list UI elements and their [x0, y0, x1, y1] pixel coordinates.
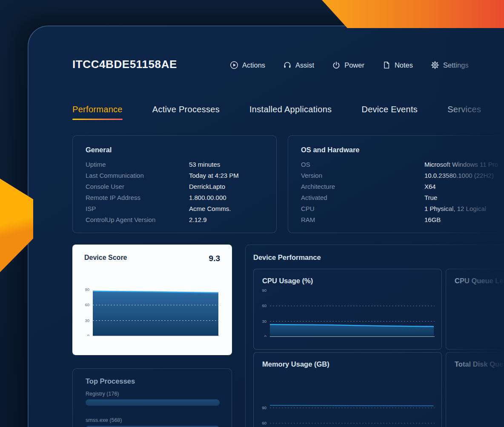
disk-queue-title: Total Disk Queue Length — [455, 360, 504, 368]
process-label: Registry (176) — [86, 391, 119, 397]
memory-usage-title: Memory Usage (GB) — [262, 360, 329, 368]
tab-installed-applications[interactable]: Installed Applications — [249, 105, 332, 120]
svg-text:60: 60 — [85, 302, 89, 307]
cpu-queue-title: CPU Queue Length — [455, 277, 504, 285]
table-row: ISP Acme Comms. — [86, 203, 263, 214]
info-label: CPU — [301, 203, 424, 214]
table-row: Console User DerrickLapto — [86, 181, 263, 192]
actions-button[interactable]: Actions — [230, 61, 265, 69]
device-score-value: 9.3 — [209, 254, 220, 263]
info-value: Acme Comms. — [189, 203, 231, 214]
general-card-title: General — [86, 146, 263, 154]
info-label: Console User — [86, 181, 189, 192]
info-value: Today at 4:23 PM — [189, 170, 239, 181]
table-row: Version 10.0.23580.1000 (22H2) — [301, 170, 504, 181]
info-value: True — [424, 192, 437, 203]
device-score-header: Device Score 9.3 — [84, 254, 220, 263]
table-row: Last Communication Today at 4:23 PM — [86, 170, 263, 181]
table-row: CPU 1 Physical, 12 Logical — [301, 203, 504, 214]
power-label: Power — [344, 61, 364, 69]
tab-active-processes[interactable]: Active Processes — [152, 105, 220, 120]
tab-services-label: Services — [447, 105, 481, 114]
info-label: Uptime — [86, 159, 189, 170]
memory-usage-chart: 9060 — [258, 377, 435, 427]
svg-text:90: 90 — [262, 405, 266, 410]
device-score-title: Device Score — [84, 254, 127, 262]
power-button[interactable]: Power — [332, 61, 364, 69]
info-value: 1 Physical, 12 Logical — [424, 203, 486, 214]
actions-label: Actions — [242, 61, 265, 69]
device-performance-title: Device Performance — [253, 253, 504, 262]
cpu-usage-card: CPU Usage (%) 9060300 — [253, 269, 442, 350]
general-card: General Uptime 53 minutes Last Communica… — [72, 135, 277, 233]
table-row: Architecture X64 — [301, 181, 504, 192]
info-value: 1.800.00.000 — [189, 192, 226, 203]
info-value: 2.12.9 — [189, 214, 207, 225]
svg-text:0: 0 — [264, 334, 266, 337]
cpu-usage-title: CPU Usage (%) — [262, 277, 313, 285]
screen: ITCC4BDE51158AE Actions Assist Power — [0, 0, 504, 427]
disk-queue-card: Total Disk Queue Length — [446, 352, 504, 427]
tab-bar: Performance Active Processes Installed A… — [72, 105, 481, 120]
table-row: ControlUp Agent Version 2.12.9 — [86, 214, 263, 225]
info-label: Version — [301, 170, 424, 181]
svg-text:60: 60 — [262, 303, 266, 308]
svg-text:30: 30 — [85, 318, 89, 323]
info-label: RAM — [301, 214, 424, 225]
play-circle-icon — [230, 61, 238, 69]
svg-text:60: 60 — [262, 421, 266, 425]
process-label: smss.exe (568) — [86, 417, 122, 423]
device-score-chart: 9060300 — [80, 285, 220, 336]
svg-text:90: 90 — [85, 287, 89, 292]
info-value: 10.0.23580.1000 (22H2) — [424, 170, 494, 181]
tab-performance[interactable]: Performance — [72, 105, 123, 120]
device-performance-card: Device Performance CPU Usage (%) 9060300… — [245, 245, 504, 427]
tab-active-processes-label: Active Processes — [152, 105, 220, 114]
os-hardware-card: OS and Hardware OS Microsoft Windows 11 … — [288, 135, 504, 233]
svg-text:30: 30 — [262, 319, 266, 324]
settings-button[interactable]: Settings — [431, 61, 469, 69]
info-label: ISP — [86, 203, 189, 214]
power-icon — [332, 61, 341, 69]
info-label: Remote IP Address — [86, 192, 189, 203]
process-bar — [86, 399, 220, 406]
table-row: Activated True — [301, 192, 504, 203]
info-label: Last Communication — [86, 170, 189, 181]
info-label: Activated — [301, 192, 424, 203]
memory-usage-card: Memory Usage (GB) 9060 — [253, 352, 442, 427]
table-row: RAM 16GB — [301, 214, 504, 225]
svg-text:90: 90 — [262, 288, 266, 293]
cpu-usage-chart: 9060300 — [258, 286, 435, 337]
tab-device-events-label: Device Events — [361, 105, 418, 114]
info-value: DerrickLapto — [189, 181, 225, 192]
notes-button[interactable]: Notes — [382, 61, 413, 69]
info-value: Microsoft Windows 11 Pro — [424, 159, 498, 170]
general-rows: Uptime 53 minutes Last Communication Tod… — [86, 159, 263, 225]
info-value: 16GB — [424, 214, 441, 225]
top-processes-card: Top Processes Registry (176) smss.exe (5… — [72, 368, 232, 427]
table-row: Remote IP Address 1.800.00.000 — [86, 192, 263, 203]
tab-installed-applications-label: Installed Applications — [249, 105, 332, 114]
os-hardware-card-title: OS and Hardware — [301, 146, 504, 154]
info-label: ControlUp Agent Version — [86, 214, 189, 225]
info-label: OS — [301, 159, 424, 170]
tab-services[interactable]: Services — [447, 105, 481, 120]
settings-label: Settings — [443, 61, 469, 69]
active-tab-underline — [72, 119, 123, 120]
tab-performance-label: Performance — [72, 105, 123, 114]
os-hardware-rows: OS Microsoft Windows 11 Pro Version 10.0… — [301, 159, 504, 225]
toolbar: Actions Assist Power Notes — [230, 61, 469, 69]
note-icon — [382, 61, 391, 69]
notes-label: Notes — [395, 61, 413, 69]
table-row: OS Microsoft Windows 11 Pro — [301, 159, 504, 170]
assist-label: Assist — [295, 61, 314, 69]
svg-text:0: 0 — [87, 333, 89, 336]
info-label: Architecture — [301, 181, 424, 192]
device-name-title: ITCC4BDE51158AE — [72, 58, 177, 71]
tab-device-events[interactable]: Device Events — [361, 105, 418, 120]
cpu-queue-card: CPU Queue Length — [446, 269, 504, 350]
info-value: 53 minutes — [189, 159, 220, 170]
headset-icon — [283, 61, 292, 69]
orange-banner-accent — [322, 0, 504, 28]
assist-button[interactable]: Assist — [283, 61, 314, 69]
